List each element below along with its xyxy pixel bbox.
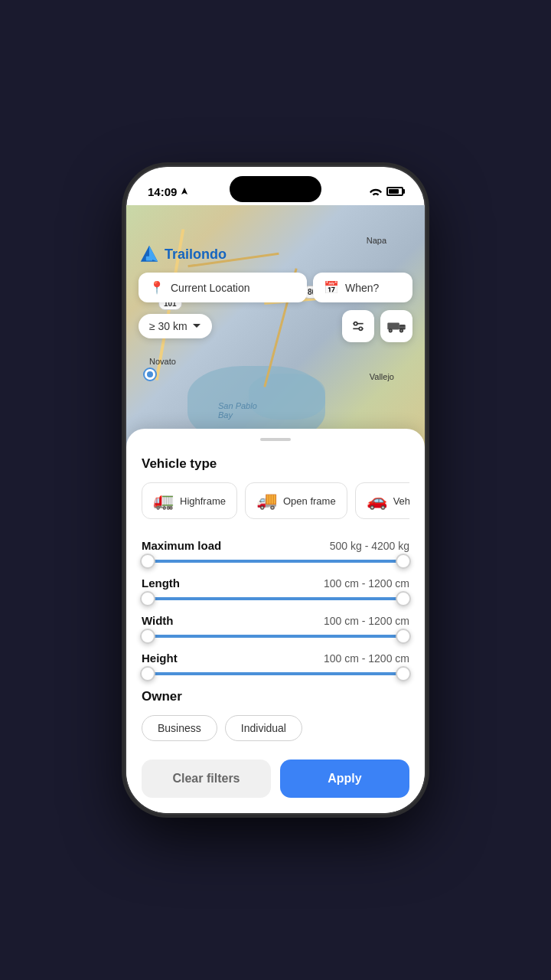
maximum-load-label: Maximum load: [142, 539, 221, 552]
height-section: Height 100 cm - 1200 cm: [142, 652, 409, 675]
water-body-2: [249, 374, 325, 420]
location-text: Current Location: [171, 282, 250, 294]
width-thumb-left[interactable]: [140, 629, 155, 644]
phone-screen: 14:09: [126, 167, 425, 813]
length-label: Length: [142, 577, 180, 590]
width-header: Width 100 cm - 1200 cm: [142, 614, 409, 627]
distance-button[interactable]: ≥ 30 km: [139, 314, 212, 338]
search-bars[interactable]: 📍 Current Location 📅 When?: [139, 273, 412, 302]
length-range: 100 cm - 1200 cm: [324, 577, 409, 590]
svg-point-5: [354, 322, 357, 325]
width-section: Width 100 cm - 1200 cm: [142, 614, 409, 638]
wifi-icon: [370, 187, 382, 196]
city-vallejo: Vallejo: [370, 372, 394, 381]
when-search[interactable]: 📅 When?: [313, 273, 412, 302]
vehicle-chip-vehicle[interactable]: 🚗 Vehicle: [355, 482, 409, 519]
width-fill: [142, 635, 409, 638]
owner-section: Owner Business Individual: [142, 689, 409, 741]
owner-individual-chip[interactable]: Individual: [225, 715, 302, 741]
status-icons: [370, 187, 403, 196]
owner-individual-label: Individual: [241, 722, 286, 734]
height-thumb-right[interactable]: [396, 666, 411, 681]
logo-icon: [139, 243, 160, 265]
vehicle-type-chips: 🚛 Highframe 🚚 Open frame 🚗 Vehicle: [142, 482, 409, 522]
width-label: Width: [142, 614, 174, 627]
length-thumb-right[interactable]: [396, 591, 411, 606]
sheet-handle: [260, 438, 291, 441]
time-display: 14:09: [148, 185, 177, 198]
maximum-load-range: 500 kg - 4200 kg: [330, 540, 409, 552]
location-arrow-icon: [180, 187, 189, 196]
vehicle-chip-highframe[interactable]: 🚛 Highframe: [142, 482, 237, 519]
logo-bar: Trailondo: [139, 243, 412, 265]
city-san-pablo: San PabloBay: [218, 401, 257, 420]
status-time: 14:09: [148, 185, 189, 198]
highframe-icon: 🚛: [153, 491, 174, 511]
height-fill: [142, 672, 409, 675]
svg-rect-2: [146, 256, 152, 261]
when-text: When?: [345, 282, 379, 294]
owner-title: Owner: [142, 689, 409, 704]
location-dot-icon: 📍: [149, 280, 165, 295]
maximum-load-fill: [142, 560, 409, 563]
length-fill: [142, 597, 409, 600]
openframe-label: Open frame: [283, 495, 336, 507]
truck-icon-button[interactable]: [380, 310, 412, 342]
city-novato: Novato: [149, 357, 176, 366]
length-thumb-left[interactable]: [140, 591, 155, 606]
length-section: Length 100 cm - 1200 cm: [142, 577, 409, 600]
apply-button[interactable]: Apply: [280, 760, 409, 798]
bottom-sheet: Vehicle type 🚛 Highframe 🚚 Open frame 🚗 …: [126, 429, 425, 813]
maximum-load-thumb-left[interactable]: [140, 554, 155, 569]
svg-point-13: [400, 330, 403, 332]
length-header: Length 100 cm - 1200 cm: [142, 577, 409, 590]
calendar-icon: 📅: [324, 280, 339, 295]
owner-business-chip[interactable]: Business: [142, 715, 217, 741]
owner-business-label: Business: [158, 722, 201, 734]
chevron-down-icon: [192, 323, 201, 329]
vehicle-type-title: Vehicle type: [142, 456, 409, 472]
bottom-buttons: Clear filters Apply: [142, 760, 409, 798]
svg-point-11: [390, 330, 392, 332]
map-marker: [143, 368, 157, 381]
vehicle-icon: 🚗: [367, 491, 387, 511]
location-search[interactable]: 📍 Current Location: [139, 273, 307, 302]
height-range: 100 cm - 1200 cm: [324, 652, 409, 665]
svg-point-6: [359, 327, 362, 330]
width-thumb-right[interactable]: [396, 629, 411, 644]
map-area: 101 80 Napa Novato Vallejo San PabloBay: [126, 205, 425, 458]
height-header: Height 100 cm - 1200 cm: [142, 652, 409, 665]
width-slider[interactable]: [142, 635, 409, 638]
phone-frame: 14:09: [126, 167, 425, 813]
svg-rect-7: [387, 322, 399, 329]
height-thumb-left[interactable]: [140, 666, 155, 681]
maximum-load-section: Maximum load 500 kg - 4200 kg: [142, 539, 409, 563]
maximum-load-header: Maximum load 500 kg - 4200 kg: [142, 539, 409, 552]
map-header: Trailondo 📍 Current Location 📅 When?: [126, 205, 425, 342]
height-slider[interactable]: [142, 672, 409, 675]
sliders-icon: [350, 319, 366, 333]
dynamic-island: [230, 176, 321, 202]
highframe-label: Highframe: [180, 495, 226, 507]
width-range: 100 cm - 1200 cm: [324, 615, 409, 627]
filter-row: ≥ 30 km: [139, 310, 412, 342]
distance-label: ≥ 30 km: [149, 320, 187, 332]
vehicle-chip-openframe[interactable]: 🚚 Open frame: [245, 482, 347, 519]
clear-filters-button[interactable]: Clear filters: [142, 760, 271, 798]
height-label: Height: [142, 652, 178, 665]
maximum-load-thumb-right[interactable]: [396, 554, 411, 569]
vehicle-label: Vehicle: [393, 495, 409, 507]
filter-icon-button[interactable]: [342, 310, 374, 342]
openframe-icon: 🚚: [256, 491, 277, 511]
logo-text: Trailondo: [165, 247, 227, 263]
maximum-load-slider[interactable]: [142, 560, 409, 563]
length-slider[interactable]: [142, 597, 409, 600]
owner-chips: Business Individual: [142, 715, 409, 741]
battery-icon: [386, 187, 403, 196]
truck-icon: [386, 319, 406, 333]
